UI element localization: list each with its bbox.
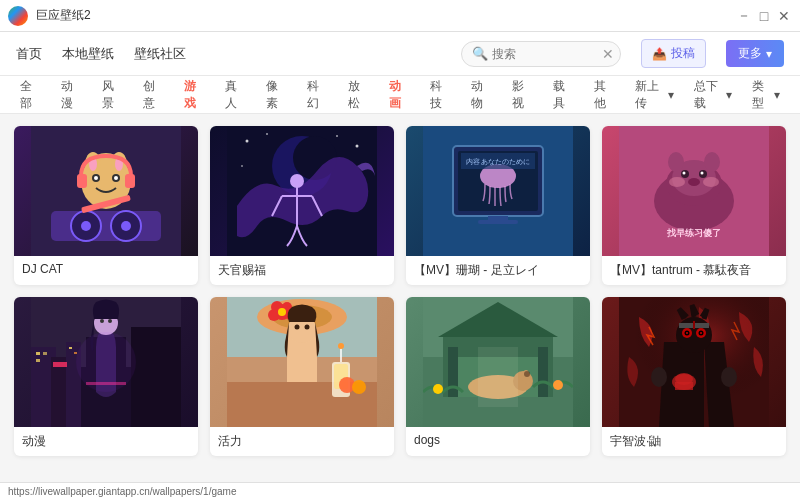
svg-rect-59 [53, 362, 67, 367]
card-label-yuzhi: 宇智波·鼬 [602, 427, 786, 456]
card-label-mv-shanhu: 【MV】珊瑚 - 足立レイ [406, 256, 590, 285]
status-url: https://livewallpaper.giantapp.cn/wallpa… [8, 486, 236, 497]
svg-rect-61 [131, 327, 181, 427]
chevron-down-icon: ▾ [726, 88, 732, 102]
svg-rect-93 [448, 347, 458, 397]
svg-point-113 [686, 332, 688, 334]
svg-point-86 [338, 343, 344, 349]
wallpaper-card-tianguan[interactable]: 天官赐福 [210, 126, 394, 285]
svg-point-23 [356, 145, 359, 148]
cat-newest[interactable]: 新上传 ▾ [627, 74, 682, 116]
titlebar: 巨应壁纸2 － □ ✕ [0, 0, 800, 32]
card-thumbnail-mv-shanhu: 内容 あなたのために [406, 126, 590, 256]
svg-point-26 [290, 174, 304, 188]
cat-game[interactable]: 游戏 [176, 74, 213, 116]
card-label-dogs: dogs [406, 427, 590, 453]
nav-home[interactable]: 首页 [16, 41, 42, 67]
app-logo [8, 6, 28, 26]
cat-other[interactable]: 其他 [586, 74, 623, 116]
more-label: 更多 [738, 45, 762, 62]
svg-point-117 [651, 367, 667, 387]
svg-point-118 [721, 367, 737, 387]
statusbar: https://livewallpaper.giantapp.cn/wallpa… [0, 482, 800, 500]
search-input[interactable] [492, 47, 602, 61]
svg-rect-10 [77, 174, 87, 188]
svg-point-45 [669, 177, 685, 187]
submit-button[interactable]: 📤 投稿 [641, 39, 706, 68]
wallpaper-grid: DJ CAT [14, 126, 786, 456]
wallpaper-card-dongman[interactable]: 动漫 [14, 297, 198, 456]
svg-point-63 [100, 319, 104, 323]
wallpaper-card-dogs[interactable]: dogs [406, 297, 590, 456]
svg-point-42 [701, 172, 704, 175]
search-clear-icon[interactable]: ✕ [602, 46, 614, 62]
svg-point-14 [81, 221, 91, 231]
svg-rect-54 [36, 352, 40, 355]
cat-animation[interactable]: 动画 [381, 74, 418, 116]
card-thumbnail-tianguan [210, 126, 394, 256]
svg-rect-12 [51, 211, 161, 241]
wallpaper-card-dj-cat[interactable]: DJ CAT [14, 126, 198, 285]
svg-point-9 [114, 176, 118, 180]
svg-point-100 [433, 384, 443, 394]
card-label-huoli: 活力 [210, 427, 394, 456]
svg-point-41 [683, 172, 686, 175]
cat-film[interactable]: 影视 [504, 74, 541, 116]
svg-point-64 [108, 319, 112, 323]
submit-icon: 📤 [652, 47, 667, 61]
svg-rect-107 [675, 382, 693, 390]
card-thumbnail-yuzhi [602, 297, 786, 427]
app-title: 巨应壁纸2 [36, 7, 91, 24]
wallpaper-card-tantrum[interactable]: 找早练习傻了 【MV】tantrum - 慕駄夜音 [602, 126, 786, 285]
svg-rect-55 [43, 352, 47, 355]
svg-rect-34 [478, 220, 518, 224]
svg-point-16 [121, 221, 131, 231]
svg-point-44 [704, 152, 720, 172]
cat-tech[interactable]: 科技 [422, 74, 459, 116]
cat-anime[interactable]: 动漫 [53, 74, 90, 116]
cat-relax[interactable]: 放松 [340, 74, 377, 116]
card-label-tianguan: 天官赐福 [210, 256, 394, 285]
nav-community[interactable]: 壁纸社区 [134, 41, 186, 67]
cat-scenery[interactable]: 风景 [94, 74, 131, 116]
close-button[interactable]: ✕ [776, 8, 792, 24]
cat-real[interactable]: 真人 [217, 74, 254, 116]
minimize-button[interactable]: － [736, 8, 752, 24]
cat-animal[interactable]: 动物 [463, 74, 500, 116]
svg-text:内容 あなたのために: 内容 あなたのために [466, 158, 531, 166]
svg-point-82 [305, 325, 310, 330]
card-thumbnail-huoli [210, 297, 394, 427]
cat-creative[interactable]: 创意 [135, 74, 172, 116]
wallpaper-card-mv-shanhu[interactable]: 内容 あなたのために 【MV】珊瑚 - 足立レイ [406, 126, 590, 285]
more-button[interactable]: 更多 ▾ [726, 40, 784, 67]
svg-point-101 [553, 380, 563, 390]
svg-rect-11 [125, 174, 135, 188]
svg-rect-94 [538, 347, 548, 397]
cat-mostdownload[interactable]: 总下载 ▾ [686, 74, 741, 116]
card-label-tantrum: 【MV】tantrum - 慕駄夜音 [602, 256, 786, 285]
svg-point-47 [688, 178, 700, 186]
wallpaper-card-huoli[interactable]: 活力 [210, 297, 394, 456]
cat-scifi[interactable]: 科幻 [299, 74, 336, 116]
svg-rect-33 [488, 216, 508, 220]
svg-point-81 [295, 325, 300, 330]
wallpaper-card-yuzhi[interactable]: 宇智波·鼬 [602, 297, 786, 456]
svg-rect-56 [36, 359, 40, 362]
search-box[interactable]: 🔍 ✕ [461, 41, 621, 67]
topnav: 首页 本地壁纸 壁纸社区 🔍 ✕ 📤 投稿 更多 ▾ [0, 32, 800, 76]
svg-text:找早练习傻了: 找早练习傻了 [666, 228, 721, 238]
cat-vehicle[interactable]: 载具 [545, 74, 582, 116]
card-label-dj-cat: DJ CAT [14, 256, 198, 282]
card-thumbnail-dongman [14, 297, 198, 427]
svg-rect-102 [478, 347, 518, 407]
card-thumbnail-dogs [406, 297, 590, 427]
cat-pixel[interactable]: 像素 [258, 74, 295, 116]
cat-all[interactable]: 全部 [12, 74, 49, 116]
titlebar-left: 巨应壁纸2 [8, 6, 91, 26]
chevron-down-icon: ▾ [774, 88, 780, 102]
cat-type[interactable]: 类型 ▾ [744, 74, 788, 116]
svg-point-99 [524, 371, 530, 377]
nav-local[interactable]: 本地壁纸 [62, 41, 114, 67]
maximize-button[interactable]: □ [756, 8, 772, 24]
svg-point-22 [266, 133, 268, 135]
